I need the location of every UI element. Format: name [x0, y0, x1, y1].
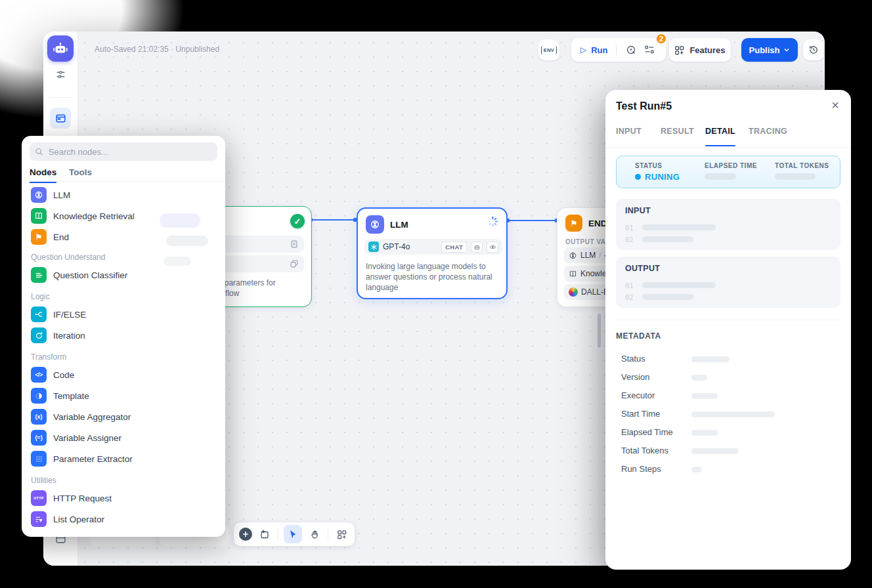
- play-icon: ▷: [580, 45, 586, 54]
- metadata-skeleton: [691, 356, 730, 362]
- features-button[interactable]: Features: [669, 38, 731, 62]
- input-skeleton: [642, 224, 716, 230]
- sidebar-divider: [50, 97, 71, 98]
- metadata-label: Start Time: [621, 409, 660, 419]
- robot-icon: [473, 243, 481, 251]
- llm-node-icon: [366, 215, 384, 234]
- checklist-icon: [644, 45, 655, 55]
- add-node-button[interactable]: [239, 528, 252, 541]
- tab-result[interactable]: RESULT: [661, 127, 694, 136]
- tab-detail[interactable]: DETAIL: [705, 127, 735, 136]
- input-title: INPUT: [625, 206, 651, 215]
- metadata-label: Total Tokens: [621, 446, 668, 455]
- active-tab-underline: [705, 145, 735, 146]
- run-button[interactable]: ▷ Run: [571, 45, 608, 55]
- checklist-button[interactable]: [642, 42, 657, 58]
- brain-icon: [569, 251, 577, 260]
- question-classifier-icon: [31, 267, 47, 283]
- llm-model-row[interactable]: GPT-4o CHAT: [364, 239, 502, 255]
- edge-llm-to-end: [508, 220, 557, 221]
- autosave-status: Auto-Saved 21:02:35 · Unpublished: [95, 45, 219, 54]
- brain-icon: [370, 219, 380, 230]
- node-item-iteration[interactable]: Iteration: [28, 326, 219, 345]
- chat-mode-badge: CHAT: [441, 242, 467, 253]
- canvas-toolbar: [234, 522, 355, 546]
- llm-node[interactable]: LLM GPT-4o CHAT Invoking large language …: [357, 207, 508, 299]
- node-item-parameter-extractor[interactable]: Parameter Extractor: [28, 450, 219, 468]
- node-item-variable-aggregator[interactable]: (x) Variable Aggregator: [28, 408, 219, 426]
- input-skeleton: [642, 236, 693, 242]
- dalle-icon: [569, 287, 578, 297]
- pointer-mode-button[interactable]: [284, 525, 302, 543]
- end-node-title: END: [588, 219, 607, 228]
- organize-nodes-button[interactable]: [334, 526, 349, 542]
- node-item-question-classifier[interactable]: Question Classifier: [28, 266, 219, 284]
- tab-input[interactable]: INPUT: [616, 127, 642, 136]
- metadata-title: METADATA: [616, 331, 661, 341]
- status-card: STATUS ELAPSED TIME TOTAL TOKENS RUNING: [616, 156, 840, 188]
- tab-tools[interactable]: Tools: [69, 167, 92, 177]
- output-title: OUTPUT: [625, 264, 660, 273]
- metadata-skeleton: [691, 393, 718, 399]
- list-operator-icon: [31, 511, 47, 527]
- variable-assigner-icon: (=): [31, 430, 47, 446]
- node-panel-toggle-button[interactable]: [50, 108, 71, 129]
- metadata-skeleton: [691, 430, 718, 436]
- openai-model-icon: [368, 242, 379, 252]
- search-input[interactable]: [47, 146, 212, 158]
- toolbar-divider: [278, 528, 278, 540]
- blur-artifact: [164, 257, 191, 266]
- workflow-settings-button[interactable]: [54, 68, 66, 80]
- row-number: 01: [625, 282, 634, 289]
- run-history-button[interactable]: [623, 42, 639, 58]
- app-icon[interactable]: [47, 35, 74, 62]
- hand-icon: [310, 530, 320, 539]
- node-search-box[interactable]: [30, 142, 217, 161]
- input-card: INPUT 01 02: [616, 199, 840, 250]
- loading-spinner-icon: [487, 216, 498, 227]
- run-button-group: ▷ Run: [571, 38, 666, 62]
- book-icon: [569, 270, 577, 278]
- run-panel-divider: [605, 147, 851, 148]
- output-skeleton: [642, 294, 693, 300]
- tab-tracing[interactable]: TRACING: [749, 127, 787, 136]
- iteration-icon: [31, 327, 47, 343]
- code-icon: </>: [31, 367, 47, 383]
- version-history-button[interactable]: [803, 39, 824, 60]
- group-divider: [616, 45, 617, 55]
- metadata-skeleton: [691, 375, 707, 381]
- env-icon: ENV: [541, 46, 556, 54]
- end-node-icon: ⚑: [565, 215, 582, 232]
- metadata-label: Elapsed Time: [621, 427, 673, 437]
- hand-mode-button[interactable]: [307, 526, 323, 542]
- node-item-variable-assigner[interactable]: (=) Variable Assigner: [28, 429, 219, 447]
- checklist-count-badge[interactable]: 2: [655, 33, 667, 45]
- cursor-icon: [288, 530, 297, 539]
- canvas-scrollbar[interactable]: [598, 314, 601, 348]
- document-icon: [290, 240, 299, 249]
- output-skeleton: [642, 282, 716, 288]
- node-item-code[interactable]: </> Code: [28, 366, 219, 384]
- node-item-template[interactable]: Template: [28, 387, 219, 405]
- screen: ✓ Define the initial parameters for laun…: [0, 0, 872, 588]
- node-item-knowledge-retrieval[interactable]: Knowledge Retrieval: [28, 207, 219, 225]
- node-item-list-operator[interactable]: List Operator: [28, 510, 219, 528]
- close-icon[interactable]: ×: [831, 98, 839, 113]
- node-item-llm[interactable]: LLM: [28, 186, 219, 204]
- node-item-if-else[interactable]: IF/ELSE: [28, 305, 219, 324]
- llm-node-description: Invoking large language models to answer…: [366, 261, 496, 293]
- env-button[interactable]: ENV: [538, 39, 559, 60]
- layout-grid-plus-icon: [337, 530, 347, 539]
- section-logic: Logic: [31, 292, 50, 301]
- note-plus-icon: [259, 529, 270, 539]
- node-item-end[interactable]: ⚑ End: [28, 228, 219, 246]
- metadata-label: Executor: [621, 390, 655, 400]
- llm-model-name: GPT-4o: [383, 242, 410, 251]
- publish-button[interactable]: Publish: [741, 38, 798, 62]
- elapsed-skeleton: [705, 173, 736, 180]
- metadata-skeleton: [691, 448, 739, 454]
- add-note-button[interactable]: [257, 526, 273, 542]
- node-item-http-request[interactable]: HTTP HTTP Request: [28, 489, 219, 507]
- metadata-skeleton: [691, 411, 775, 417]
- metadata-label: Version: [621, 372, 649, 382]
